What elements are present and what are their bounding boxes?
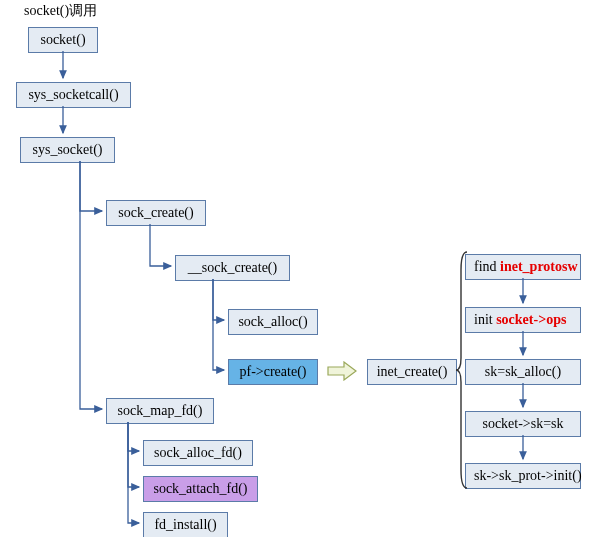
node-sock-map-fd: sock_map_fd()	[106, 398, 214, 424]
node-sk-prot-init: sk->sk_prot->init()	[465, 463, 581, 489]
node-sys-socketcall: sys_socketcall()	[16, 82, 131, 108]
node-sock-alloc: sock_alloc()	[228, 309, 318, 335]
node-socket: socket()	[28, 27, 98, 53]
big-arrow-icon	[327, 361, 357, 381]
text-find-em: inet_protosw	[500, 259, 578, 274]
node-pf-create: pf->create()	[228, 359, 318, 385]
node-fd-install: fd_install()	[143, 512, 228, 537]
node-sock-create2: __sock_create()	[175, 255, 290, 281]
node-sock-alloc-fd: sock_alloc_fd()	[143, 440, 253, 466]
node-socket-sk: socket->sk=sk	[465, 411, 581, 437]
diagram-title: socket()调用	[24, 2, 97, 20]
text-find-pre: find	[474, 259, 500, 274]
node-sock-attach-fd: sock_attach_fd()	[143, 476, 258, 502]
node-sys-socket: sys_socket()	[20, 137, 115, 163]
node-inet-create: inet_create()	[367, 359, 457, 385]
text-init-pre: init	[474, 312, 496, 327]
node-sk-alloc: sk=sk_alloc()	[465, 359, 581, 385]
node-sock-create: sock_create()	[106, 200, 206, 226]
text-init-em: socket->ops	[496, 312, 566, 327]
node-init-ops: init socket->ops	[465, 307, 581, 333]
node-find-protosw: find inet_protosw	[465, 254, 581, 280]
brace-icon	[455, 250, 469, 490]
